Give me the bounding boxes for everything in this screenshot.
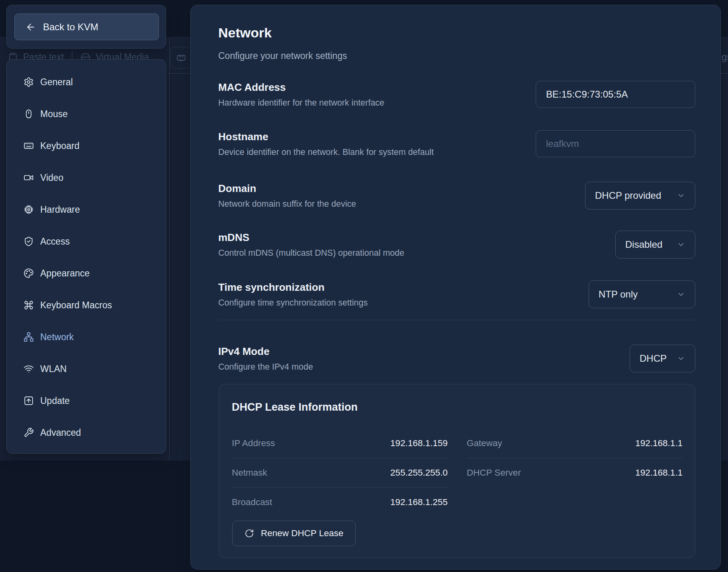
setting-label-block: Domain Network domain suffix for the dev…: [218, 182, 356, 209]
mac-address-description: Hardware identifier for the network inte…: [218, 98, 384, 108]
sidebar-item-general[interactable]: General: [12, 72, 160, 92]
setting-label-block: MAC Address Hardware identifier for the …: [218, 81, 384, 108]
sidebar-item-appearance[interactable]: Appearance: [12, 264, 160, 283]
sidebar-item-video[interactable]: Video: [12, 168, 160, 187]
chevron-down-icon: [677, 290, 685, 299]
wrench-icon: [23, 427, 34, 438]
mdns-select-value: Disabled: [625, 239, 662, 250]
sidebar-item-advanced[interactable]: Advanced: [12, 423, 160, 442]
sidebar-item-label: Keyboard Macros: [40, 300, 112, 311]
domain-label: Domain: [218, 182, 356, 195]
sidebar-item-access[interactable]: Access: [12, 232, 160, 251]
lease-row-ip-address: IP Address 192.168.1.159: [232, 429, 448, 458]
gateway-value: 192.168.1.1: [635, 438, 683, 449]
gear-icon: [23, 77, 34, 87]
netmask-value: 255.255.255.0: [390, 468, 448, 478]
chevron-down-icon: [677, 191, 685, 200]
shield-check-icon: [23, 236, 34, 247]
dhcp-lease-left-column: IP Address 192.168.1.159 Netmask 255.255…: [232, 429, 448, 517]
ip-address-label: IP Address: [232, 438, 275, 449]
dhcp-server-label: DHCP Server: [467, 468, 521, 478]
dhcp-server-value: 192.168.1.1: [635, 468, 683, 478]
sidebar-item-label: Access: [40, 236, 70, 247]
sidebar-item-update[interactable]: Update: [12, 391, 160, 410]
mdns-select[interactable]: Disabled: [615, 231, 695, 259]
ip-address-value: 192.168.1.159: [390, 438, 448, 449]
palette-icon: [23, 268, 34, 278]
arrow-left-icon: [25, 22, 36, 32]
time-sync-select-value: NTP only: [599, 289, 638, 300]
mac-address-label: MAC Address: [218, 81, 384, 94]
sidebar-item-label: Appearance: [40, 268, 90, 279]
setting-row-mac-address: MAC Address Hardware identifier for the …: [218, 76, 695, 113]
renew-dhcp-lease-button[interactable]: Renew DHCP Lease: [232, 521, 356, 546]
setting-row-time-sync: Time synchronization Configure time sync…: [218, 274, 695, 314]
settings-sidebar: General Mouse Keyboard Video Hardware Ac…: [6, 59, 166, 454]
setting-label-block: IPv4 Mode Configure the IPv4 mode: [218, 345, 313, 372]
setting-row-mdns: mDNS Control mDNS (multicast DNS) operat…: [218, 225, 695, 264]
background-port-button: [170, 47, 192, 69]
background-text-fragment: gs: [722, 51, 728, 63]
sidebar-item-label: Mouse: [40, 109, 68, 119]
arrow-up-square-icon: [23, 396, 34, 406]
cpu-icon: [23, 204, 34, 215]
wifi-icon: [23, 364, 34, 374]
setting-label-block: mDNS Control mDNS (multicast DNS) operat…: [218, 231, 404, 258]
command-icon: [23, 300, 34, 310]
lease-row-netmask: Netmask 255.255.255.0: [232, 458, 448, 488]
domain-select[interactable]: DHCP provided: [585, 182, 695, 210]
sidebar-item-label: Network: [40, 332, 74, 343]
refresh-icon: [245, 529, 254, 538]
video-camera-icon: [23, 172, 34, 183]
back-to-kvm-label: Back to KVM: [43, 22, 98, 33]
section-divider: [218, 320, 695, 320]
setting-row-ipv4-mode: IPv4 Mode Configure the IPv4 mode DHCP: [218, 340, 695, 377]
sidebar-item-label: General: [40, 77, 73, 88]
domain-select-value: DHCP provided: [595, 190, 661, 201]
sidebar-item-wlan[interactable]: WLAN: [12, 359, 160, 378]
sidebar-item-keyboard[interactable]: Keyboard: [12, 136, 160, 155]
sidebar-item-label: Video: [40, 172, 63, 183]
setting-row-domain: Domain Network domain suffix for the dev…: [218, 176, 695, 215]
mac-address-input[interactable]: [536, 81, 695, 108]
gateway-label: Gateway: [467, 438, 502, 449]
sidebar-item-label: WLAN: [40, 364, 67, 374]
sidebar-item-keyboard-macros[interactable]: Keyboard Macros: [12, 296, 160, 315]
broadcast-value: 192.168.1.255: [390, 497, 448, 507]
sidebar-item-network[interactable]: Network: [12, 327, 160, 347]
back-to-kvm-button[interactable]: Back to KVM: [14, 14, 159, 40]
time-sync-label: Time synchronization: [218, 281, 368, 294]
ipv4-mode-label: IPv4 Mode: [218, 345, 313, 358]
sidebar-item-hardware[interactable]: Hardware: [12, 200, 160, 219]
time-sync-description: Configure time synchronization settings: [218, 298, 368, 308]
mdns-label: mDNS: [218, 231, 404, 244]
hostname-label: Hostname: [218, 131, 434, 143]
dhcp-lease-grid: IP Address 192.168.1.159 Netmask 255.255…: [232, 429, 683, 517]
ipv4-mode-select[interactable]: DHCP: [630, 345, 695, 372]
hostname-input[interactable]: [536, 130, 695, 157]
back-card: Back to KVM: [6, 5, 166, 49]
chevron-down-icon: [677, 240, 685, 249]
chevron-down-icon: [677, 354, 685, 363]
dhcp-lease-right-column: Gateway 192.168.1.1 DHCP Server 192.168.…: [467, 429, 683, 517]
setting-label-block: Hostname Device identifier on the networ…: [218, 131, 434, 157]
ethernet-port-icon: [176, 53, 186, 63]
mdns-description: Control mDNS (multicast DNS) operational…: [218, 248, 404, 258]
sidebar-item-label: Advanced: [40, 427, 81, 438]
page-title: Network: [218, 25, 272, 41]
ipv4-mode-description: Configure the IPv4 mode: [218, 362, 313, 372]
netmask-label: Netmask: [232, 468, 267, 478]
time-sync-select[interactable]: NTP only: [589, 280, 695, 308]
keyboard-icon: [23, 141, 34, 151]
background-toolbar-edge-right: [721, 73, 728, 74]
background-toolbar-edge-left: [167, 73, 190, 74]
mouse-icon: [23, 109, 34, 119]
lease-row-dhcp-server: DHCP Server 192.168.1.1: [467, 458, 683, 488]
setting-row-hostname: Hostname Device identifier on the networ…: [218, 125, 695, 162]
network-nodes-icon: [23, 332, 34, 342]
network-settings-panel: Network Configure your network settings …: [190, 5, 721, 570]
lease-row-gateway: Gateway 192.168.1.1: [467, 429, 683, 458]
dhcp-lease-title: DHCP Lease Information: [232, 401, 358, 413]
sidebar-item-mouse[interactable]: Mouse: [12, 104, 160, 123]
sidebar-item-label: Update: [40, 396, 70, 406]
